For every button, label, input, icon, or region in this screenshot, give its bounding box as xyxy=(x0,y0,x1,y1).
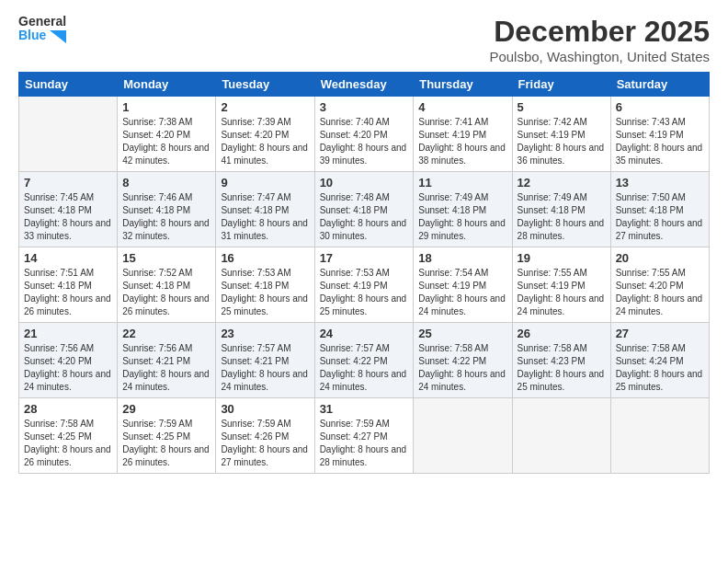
calendar-cell-w1-d1 xyxy=(19,97,118,172)
day-number: 13 xyxy=(616,176,704,190)
daylight-text: Daylight: 8 hours and 25 minutes. xyxy=(518,369,605,392)
calendar-cell-w2-d4: 10 Sunrise: 7:48 AM Sunset: 4:18 PM Dayl… xyxy=(314,172,414,247)
header-friday: Friday xyxy=(512,73,610,97)
daylight-text: Daylight: 8 hours and 30 minutes. xyxy=(320,218,407,241)
calendar-cell-w2-d1: 7 Sunrise: 7:45 AM Sunset: 4:18 PM Dayli… xyxy=(19,172,118,247)
calendar-cell-w1-d5: 4 Sunrise: 7:41 AM Sunset: 4:19 PM Dayli… xyxy=(414,97,512,172)
day-number: 7 xyxy=(24,176,112,190)
day-number: 6 xyxy=(616,100,704,114)
daylight-text: Daylight: 8 hours and 29 minutes. xyxy=(418,218,506,241)
sunrise-text: Sunrise: 7:46 AM xyxy=(122,192,192,202)
sunset-text: Sunset: 4:18 PM xyxy=(518,205,586,215)
daylight-text: Daylight: 8 hours and 24 minutes. xyxy=(418,293,506,316)
daylight-text: Daylight: 8 hours and 39 minutes. xyxy=(320,143,407,166)
sunrise-text: Sunrise: 7:39 AM xyxy=(221,117,290,127)
header-tuesday: Tuesday xyxy=(216,73,314,97)
sunrise-text: Sunrise: 7:48 AM xyxy=(320,192,390,202)
sunset-text: Sunset: 4:19 PM xyxy=(616,130,684,140)
daylight-text: Daylight: 8 hours and 24 minutes. xyxy=(122,369,210,392)
daylight-text: Daylight: 8 hours and 27 minutes. xyxy=(616,218,703,241)
sunrise-text: Sunrise: 7:49 AM xyxy=(418,192,488,202)
calendar-cell-w2-d3: 9 Sunrise: 7:47 AM Sunset: 4:18 PM Dayli… xyxy=(216,172,314,247)
sunset-text: Sunset: 4:26 PM xyxy=(221,431,289,442)
day-number: 26 xyxy=(518,327,606,340)
sunrise-text: Sunrise: 7:43 AM xyxy=(616,117,686,127)
day-number: 15 xyxy=(122,251,210,265)
day-number: 17 xyxy=(320,251,409,265)
day-number: 22 xyxy=(122,327,210,340)
calendar-cell-w5-d7 xyxy=(610,398,709,474)
sunrise-text: Sunrise: 7:41 AM xyxy=(418,117,488,127)
calendar-cell-w3-d7: 20 Sunrise: 7:55 AM Sunset: 4:20 PM Dayl… xyxy=(610,247,709,323)
week-row-1: 1 Sunrise: 7:38 AM Sunset: 4:20 PM Dayli… xyxy=(19,97,710,172)
calendar-cell-w5-d3: 30 Sunrise: 7:59 AM Sunset: 4:26 PM Dayl… xyxy=(216,398,314,474)
daylight-text: Daylight: 8 hours and 25 minutes. xyxy=(320,293,407,316)
calendar-cell-w4-d2: 22 Sunrise: 7:56 AM Sunset: 4:21 PM Dayl… xyxy=(118,323,216,398)
calendar-cell-w4-d5: 25 Sunrise: 7:58 AM Sunset: 4:22 PM Dayl… xyxy=(414,323,512,398)
daylight-text: Daylight: 8 hours and 31 minutes. xyxy=(221,218,308,241)
sunrise-text: Sunrise: 7:59 AM xyxy=(221,419,290,429)
week-row-3: 14 Sunrise: 7:51 AM Sunset: 4:18 PM Dayl… xyxy=(19,247,710,323)
daylight-text: Daylight: 8 hours and 24 minutes. xyxy=(616,293,703,316)
calendar-cell-w2-d5: 11 Sunrise: 7:49 AM Sunset: 4:18 PM Dayl… xyxy=(414,172,512,247)
daylight-text: Daylight: 8 hours and 42 minutes. xyxy=(122,143,210,166)
sunrise-text: Sunrise: 7:45 AM xyxy=(24,192,94,202)
sunset-text: Sunset: 4:18 PM xyxy=(418,205,486,215)
calendar-cell-w1-d6: 5 Sunrise: 7:42 AM Sunset: 4:19 PM Dayli… xyxy=(512,97,610,172)
subtitle: Poulsbo, Washington, United States xyxy=(489,49,710,64)
calendar-cell-w1-d2: 1 Sunrise: 7:38 AM Sunset: 4:20 PM Dayli… xyxy=(118,97,216,172)
calendar-cell-w4-d1: 21 Sunrise: 7:56 AM Sunset: 4:20 PM Dayl… xyxy=(19,323,118,398)
calendar-header-row: Sunday Monday Tuesday Wednesday Thursday… xyxy=(19,73,710,97)
header-wednesday: Wednesday xyxy=(314,73,414,97)
sunset-text: Sunset: 4:20 PM xyxy=(221,130,289,140)
sunset-text: Sunset: 4:25 PM xyxy=(24,431,92,442)
day-number: 1 xyxy=(122,100,210,114)
sunset-text: Sunset: 4:20 PM xyxy=(24,356,92,366)
daylight-text: Daylight: 8 hours and 26 minutes. xyxy=(24,444,111,467)
day-number: 2 xyxy=(221,100,309,114)
sunrise-text: Sunrise: 7:56 AM xyxy=(122,343,192,353)
main-title: December 2025 xyxy=(489,15,710,49)
sunset-text: Sunset: 4:21 PM xyxy=(221,356,289,366)
sunset-text: Sunset: 4:27 PM xyxy=(320,431,388,442)
sunset-text: Sunset: 4:22 PM xyxy=(418,356,486,366)
sunrise-text: Sunrise: 7:52 AM xyxy=(122,268,192,278)
day-number: 3 xyxy=(320,100,409,114)
sunrise-text: Sunrise: 7:56 AM xyxy=(24,343,94,353)
sunrise-text: Sunrise: 7:38 AM xyxy=(122,117,192,127)
logo: General Blue xyxy=(18,15,66,43)
day-number: 8 xyxy=(122,176,210,190)
week-row-5: 28 Sunrise: 7:58 AM Sunset: 4:25 PM Dayl… xyxy=(19,398,710,474)
daylight-text: Daylight: 8 hours and 28 minutes. xyxy=(518,218,605,241)
sunset-text: Sunset: 4:20 PM xyxy=(616,281,684,291)
sunrise-text: Sunrise: 7:55 AM xyxy=(616,268,686,278)
sunset-text: Sunset: 4:18 PM xyxy=(24,205,92,215)
daylight-text: Daylight: 8 hours and 25 minutes. xyxy=(221,293,308,316)
calendar-cell-w2-d6: 12 Sunrise: 7:49 AM Sunset: 4:18 PM Dayl… xyxy=(512,172,610,247)
day-number: 4 xyxy=(418,100,506,114)
sunrise-text: Sunrise: 7:53 AM xyxy=(320,268,390,278)
sunset-text: Sunset: 4:21 PM xyxy=(122,356,190,366)
sunrise-text: Sunrise: 7:57 AM xyxy=(320,343,390,353)
header-sunday: Sunday xyxy=(19,73,118,97)
calendar-cell-w5-d6 xyxy=(512,398,610,474)
daylight-text: Daylight: 8 hours and 25 minutes. xyxy=(616,369,703,392)
day-number: 11 xyxy=(418,176,506,190)
day-number: 5 xyxy=(518,100,606,114)
page-container: General Blue December 2025 Poulsbo, Wash… xyxy=(0,0,728,483)
daylight-text: Daylight: 8 hours and 26 minutes. xyxy=(122,293,210,316)
daylight-text: Daylight: 8 hours and 24 minutes. xyxy=(418,369,506,392)
calendar-cell-w3-d1: 14 Sunrise: 7:51 AM Sunset: 4:18 PM Dayl… xyxy=(19,247,118,323)
calendar-cell-w3-d3: 16 Sunrise: 7:53 AM Sunset: 4:18 PM Dayl… xyxy=(216,247,314,323)
sunrise-text: Sunrise: 7:49 AM xyxy=(518,192,587,202)
sunrise-text: Sunrise: 7:42 AM xyxy=(518,117,587,127)
calendar-cell-w4-d6: 26 Sunrise: 7:58 AM Sunset: 4:23 PM Dayl… xyxy=(512,323,610,398)
sunset-text: Sunset: 4:18 PM xyxy=(221,281,289,291)
sunrise-text: Sunrise: 7:58 AM xyxy=(616,343,686,353)
sunset-text: Sunset: 4:20 PM xyxy=(122,130,190,140)
calendar-cell-w4-d4: 24 Sunrise: 7:57 AM Sunset: 4:22 PM Dayl… xyxy=(314,323,414,398)
day-number: 23 xyxy=(221,327,309,340)
calendar-cell-w5-d2: 29 Sunrise: 7:59 AM Sunset: 4:25 PM Dayl… xyxy=(118,398,216,474)
sunset-text: Sunset: 4:19 PM xyxy=(518,281,586,291)
sunset-text: Sunset: 4:18 PM xyxy=(122,205,190,215)
